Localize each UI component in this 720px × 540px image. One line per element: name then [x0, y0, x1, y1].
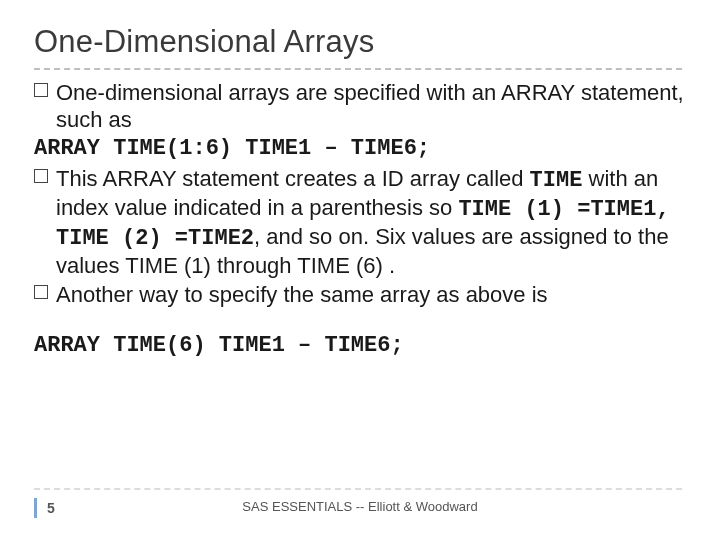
- slide: One-Dimensional Arrays One-dimensional a…: [0, 0, 720, 540]
- bullet-3: Another way to specify the same array as…: [34, 282, 686, 309]
- bullet-1-text: One-dimensional arrays are specified wit…: [56, 80, 684, 132]
- bullet-2: This ARRAY statement creates a ID array …: [34, 166, 686, 279]
- footer-rule: [34, 488, 682, 490]
- bullet-2-code-time: TIME: [530, 168, 583, 193]
- bullet-3-text: Another way to specify the same array as…: [56, 282, 548, 307]
- bullet-2-text-a: This ARRAY statement creates a ID array …: [56, 166, 530, 191]
- code-line-1: ARRAY TIME(1:6) TIME1 – TIME6;: [34, 136, 686, 163]
- bullet-marker-icon: [34, 169, 48, 183]
- bullet-1: One-dimensional arrays are specified wit…: [34, 80, 686, 134]
- bullet-marker-icon: [34, 285, 48, 299]
- code-line-2: ARRAY TIME(6) TIME1 – TIME6;: [34, 333, 686, 360]
- slide-title: One-Dimensional Arrays: [34, 24, 374, 60]
- footer-text: SAS ESSENTIALS -- Elliott & Woodward: [0, 499, 720, 514]
- bullet-marker-icon: [34, 83, 48, 97]
- title-rule: [34, 68, 682, 70]
- content-area: One-dimensional arrays are specified wit…: [34, 80, 686, 359]
